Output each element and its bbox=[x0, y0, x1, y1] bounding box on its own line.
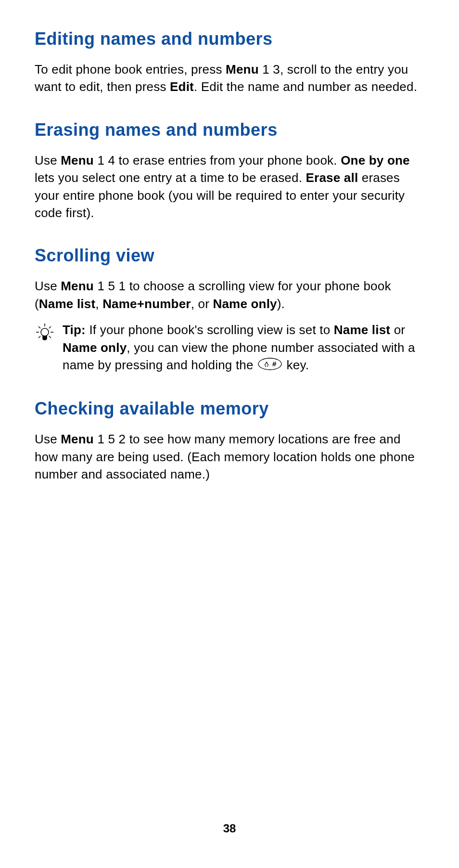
section-erasing: Erasing names and numbers Use Menu 1 4 t… bbox=[35, 120, 424, 222]
paragraph-memory: Use Menu 1 5 2 to see how many memory lo… bbox=[35, 430, 424, 483]
text: 1 4 to erase entries from your phone boo… bbox=[94, 153, 341, 168]
paragraph-scrolling: Use Menu 1 5 1 to choose a scrolling vie… bbox=[35, 277, 424, 312]
section-scrolling: Scrolling view Use Menu 1 5 1 to choose … bbox=[35, 246, 424, 375]
text-bold: Menu bbox=[61, 153, 94, 168]
text-bold: Name+number bbox=[102, 297, 191, 311]
text: , or bbox=[191, 297, 213, 311]
text: ). bbox=[277, 297, 285, 311]
text-bold: One by one bbox=[341, 153, 410, 168]
tip-icon-wrap bbox=[35, 321, 63, 345]
text: Use bbox=[35, 432, 61, 446]
text: Use bbox=[35, 279, 61, 293]
svg-line-6 bbox=[49, 336, 51, 338]
text: lets you select one entry at a time to b… bbox=[35, 170, 306, 185]
section-memory: Checking available memory Use Menu 1 5 2… bbox=[35, 399, 424, 483]
shift-hash-key-icon: # bbox=[258, 357, 282, 375]
svg-point-8 bbox=[258, 358, 281, 370]
text-bold: Erase all bbox=[306, 170, 358, 185]
text-bold: Name list bbox=[39, 297, 95, 311]
text: To edit phone book entries, press bbox=[35, 62, 226, 77]
heading-scrolling: Scrolling view bbox=[35, 246, 424, 266]
svg-point-7 bbox=[41, 328, 49, 336]
text: key. bbox=[283, 358, 309, 372]
page-number: 38 bbox=[0, 822, 459, 835]
text-bold: Name list bbox=[334, 323, 390, 337]
text-bold: Edit bbox=[170, 79, 194, 94]
text: If your phone book's scrolling view is s… bbox=[86, 323, 334, 337]
tip-label: Tip: bbox=[63, 323, 86, 337]
paragraph-erasing: Use Menu 1 4 to erase entries from your … bbox=[35, 152, 424, 222]
text-bold: Menu bbox=[226, 62, 259, 77]
svg-line-1 bbox=[38, 326, 40, 328]
heading-memory: Checking available memory bbox=[35, 399, 424, 419]
heading-editing: Editing names and numbers bbox=[35, 29, 424, 49]
svg-text:#: # bbox=[272, 360, 277, 368]
svg-line-2 bbox=[49, 326, 51, 328]
svg-line-5 bbox=[38, 336, 40, 338]
text: . Edit the name and number as needed. bbox=[194, 79, 417, 94]
text: , bbox=[95, 297, 102, 311]
tip-text: Tip: If your phone book's scrolling view… bbox=[63, 321, 424, 375]
text-bold: Menu bbox=[61, 279, 94, 293]
text: or bbox=[390, 323, 405, 337]
text-bold: Menu bbox=[61, 432, 94, 446]
section-editing: Editing names and numbers To edit phone … bbox=[35, 29, 424, 96]
lightbulb-icon bbox=[35, 323, 55, 343]
text: Use bbox=[35, 153, 61, 168]
paragraph-editing: To edit phone book entries, press Menu 1… bbox=[35, 61, 424, 96]
heading-erasing: Erasing names and numbers bbox=[35, 120, 424, 140]
text-bold: Name only bbox=[63, 340, 127, 355]
text-bold: Name only bbox=[213, 297, 277, 311]
tip-block: Tip: If your phone book's scrolling view… bbox=[35, 321, 424, 375]
